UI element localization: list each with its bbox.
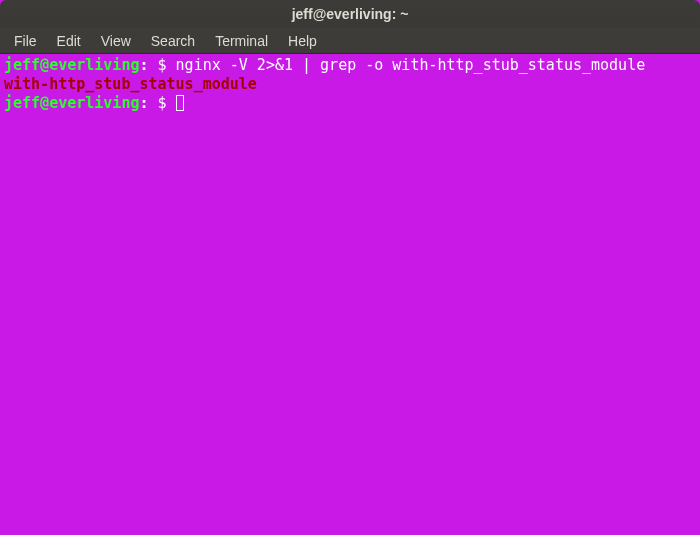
menu-terminal[interactable]: Terminal [205, 30, 278, 52]
prompt-symbol: $ [158, 94, 176, 112]
prompt-symbol: $ [158, 56, 176, 74]
prompt-user-host: jeff@everliving [4, 56, 139, 74]
command-text: nginx -V 2>&1 | grep -o with-http_stub_s… [176, 56, 646, 74]
menu-help[interactable]: Help [278, 30, 327, 52]
grep-match-output: with-http_stub_status_module [4, 75, 257, 93]
menu-search[interactable]: Search [141, 30, 205, 52]
menubar: File Edit View Search Terminal Help [0, 28, 700, 54]
prompt-path [149, 94, 158, 112]
terminal-line: jeff@everliving: $ [4, 94, 696, 113]
terminal-line: with-http_stub_status_module [4, 75, 696, 94]
prompt-colon: : [139, 94, 148, 112]
menu-view[interactable]: View [91, 30, 141, 52]
prompt-path [149, 56, 158, 74]
terminal-cursor [176, 95, 184, 111]
menu-edit[interactable]: Edit [47, 30, 91, 52]
terminal-output-area[interactable]: jeff@everliving: $ nginx -V 2>&1 | grep … [0, 54, 700, 535]
menu-file[interactable]: File [4, 30, 47, 52]
prompt-user-host: jeff@everliving [4, 94, 139, 112]
terminal-line: jeff@everliving: $ nginx -V 2>&1 | grep … [4, 56, 696, 75]
window-titlebar: jeff@everliving: ~ [0, 0, 700, 28]
prompt-colon: : [139, 56, 148, 74]
window-title: jeff@everliving: ~ [292, 6, 409, 22]
